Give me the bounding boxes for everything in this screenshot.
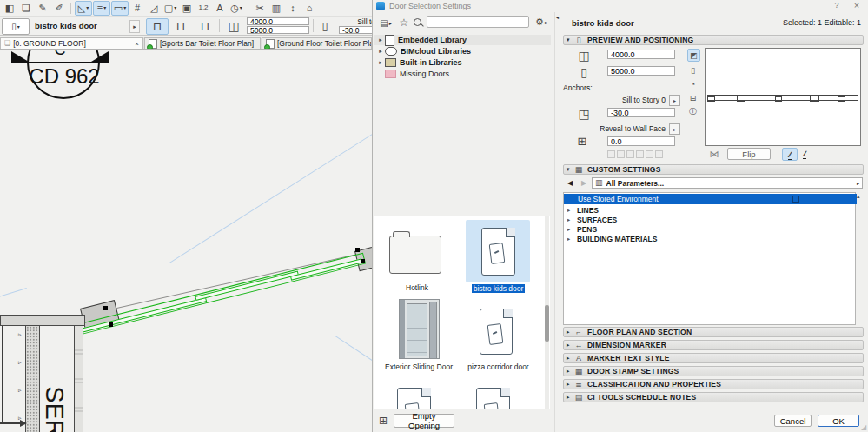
door-preview-window[interactable]: [705, 48, 861, 146]
nav-back-button[interactable]: ◀: [564, 178, 576, 189]
tab-ground-floor-toilet[interactable]: [Ground Floor Toilet Floor Plan]: [262, 37, 372, 49]
section-dimension-marker[interactable]: ▸ ↔ DIMENSION MARKER: [563, 340, 864, 350]
param-row-lines[interactable]: ▸LINES: [564, 205, 857, 215]
part-bistro-kids-door[interactable]: [466, 220, 530, 282]
preview-width-input[interactable]: [607, 50, 675, 59]
param-row-surfaces[interactable]: ▸SURFACES: [564, 215, 857, 224]
geometry-method-3-button[interactable]: ⊓: [195, 18, 215, 33]
tree-view-button[interactable]: ▤▸: [377, 17, 394, 30]
tree-item-missing-doors[interactable]: Missing Doors: [374, 69, 551, 79]
floor-plan-canvas[interactable]: C CD 962 ▹ ▹ ▹ ▹: [0, 49, 372, 432]
section-classification-properties[interactable]: ▸ ≣ CLASSIFICATION AND PROPERTIES: [563, 379, 864, 389]
pen-icon[interactable]: ✐: [51, 2, 67, 15]
anchor-mini-buttons[interactable]: [607, 150, 665, 158]
guides-dropdown-icon[interactable]: ≡▾: [93, 1, 110, 16]
ok-button[interactable]: OK: [818, 415, 859, 427]
box-icon[interactable]: ▣: [179, 2, 195, 15]
swing-right-button[interactable]: ∕∕: [798, 148, 812, 159]
home-icon[interactable]: ⌂: [301, 2, 317, 15]
empty-opening-button[interactable]: Empty Opening: [394, 414, 454, 428]
door-doc-icon[interactable]: [397, 388, 431, 409]
selection-handle[interactable]: [109, 322, 113, 327]
text-tool-icon[interactable]: A: [212, 2, 228, 15]
part-exterior-sliding-door[interactable]: [393, 298, 445, 361]
library-search-input[interactable]: [427, 16, 529, 28]
section-preview-positioning[interactable]: ▾ ▯ PREVIEW AND POSITIONING: [563, 35, 864, 45]
3d-view-icon[interactable]: ◔: [687, 78, 699, 90]
tab-close-icon[interactable]: ×: [135, 40, 139, 48]
flip-button[interactable]: Flip: [727, 148, 771, 160]
settings-gear-button[interactable]: ⚙▸: [533, 16, 550, 29]
panel-tool-icon[interactable]: ❏: [18, 2, 34, 15]
expander-icon[interactable]: ▸: [567, 226, 575, 233]
part-pizza-corridor-door[interactable]: [466, 303, 530, 361]
clock-dropdown-icon[interactable]: ◷▾: [229, 2, 244, 15]
door-tool-chip[interactable]: ▯ ▾: [2, 18, 30, 35]
grid-icon[interactable]: #: [129, 2, 145, 15]
section-ci-tools-schedule-notes[interactable]: ▸ ▤ CI TOOLS SCHEDULE NOTES: [563, 392, 864, 402]
geometry-method-1-button[interactable]: ⊓: [146, 18, 169, 35]
expander-icon[interactable]: ▸: [376, 48, 385, 55]
selection-handle[interactable]: [361, 259, 365, 263]
tree-item-embedded-library[interactable]: ▸ Embedded Library: [374, 35, 551, 45]
reveal-input[interactable]: [607, 136, 675, 146]
section-floor-plan-and-section[interactable]: ▸ ⌐ FLOOR PLAN AND SECTION: [563, 327, 864, 337]
param-row-building-materials[interactable]: ▸BUILDING MATERIALS: [564, 234, 857, 243]
sill-value-input[interactable]: [339, 26, 372, 34]
preview-height-input[interactable]: [607, 66, 675, 76]
nav-forward-button[interactable]: ▶: [578, 178, 590, 189]
swing-left-button[interactable]: ∕∕: [782, 148, 798, 161]
anchor-option-icon[interactable]: [617, 150, 625, 158]
anchor-option-icon[interactable]: [646, 150, 653, 158]
tree-item-built-in-libraries[interactable]: ▸ Built-in Libraries: [374, 57, 551, 68]
selected-door-element[interactable]: [76, 253, 366, 336]
use-stored-environment-checkbox[interactable]: [792, 196, 799, 203]
section-view-icon[interactable]: ⊟: [687, 92, 699, 103]
selection-handle[interactable]: [355, 248, 360, 252]
anchor-option-icon[interactable]: [607, 150, 615, 158]
param-row-use-stored-environment[interactable]: Use Stored Environment: [564, 194, 857, 204]
pencil-icon[interactable]: ✎: [35, 2, 50, 15]
marquee-dropdown-icon[interactable]: ▢▾: [162, 2, 178, 15]
sill-to-story-input[interactable]: [607, 108, 675, 117]
expander-icon[interactable]: ▸: [567, 236, 575, 243]
list-scroll-up-icon[interactable]: ▴: [857, 193, 860, 200]
favorites-star-button[interactable]: ☆: [397, 16, 411, 30]
expander-icon[interactable]: ▸: [376, 37, 385, 43]
expander-icon[interactable]: ▸: [567, 207, 575, 214]
resize-grip-icon[interactable]: ◢: [861, 423, 866, 431]
empty-opening-icon[interactable]: ⊞: [376, 415, 390, 427]
stretch-icon[interactable]: ↕: [285, 2, 301, 15]
sill-anchor-dropdown[interactable]: ▸: [669, 95, 680, 106]
reveal-anchor-dropdown[interactable]: ▸: [669, 123, 680, 135]
all-parameters-dropdown[interactable]: ▥ All Parameters... ▸: [592, 177, 863, 189]
close-button[interactable]: ×: [850, 0, 864, 10]
door-width-input[interactable]: [247, 17, 309, 25]
section-door-stamp-settings[interactable]: ▸ ▦ DOOR STAMP SETTINGS: [563, 366, 864, 376]
anchor-option-icon[interactable]: [636, 150, 644, 158]
tree-item-bimcloud-libraries[interactable]: ▸ BIMcloud Libraries: [374, 46, 551, 56]
snap-dropdown-icon[interactable]: ▭▾: [111, 1, 129, 16]
scissors-icon[interactable]: ✂: [252, 2, 268, 15]
expander-icon[interactable]: ▸: [567, 216, 575, 223]
part-browser-scrollbar[interactable]: [545, 216, 549, 409]
help-button[interactable]: ?: [830, 1, 844, 10]
selection-handle[interactable]: [103, 306, 108, 310]
expander-icon[interactable]: ▸: [376, 59, 385, 66]
hatch-icon[interactable]: ▥: [268, 2, 284, 15]
slope-icon[interactable]: ◿: [146, 2, 162, 15]
ruler-dropdown-icon[interactable]: ◺▾: [75, 1, 92, 16]
front-view-icon[interactable]: ▯: [687, 64, 699, 76]
plan-preview-icon[interactable]: ◩: [687, 49, 700, 62]
scrollbar-thumb[interactable]: [545, 305, 549, 342]
window-tool-icon[interactable]: ◧: [2, 2, 17, 15]
tab-sports-bar-toilet[interactable]: [Sports Bar Toilet Floor Plan]: [144, 37, 261, 49]
geometry-method-2-button[interactable]: ⊓: [170, 18, 191, 33]
info-icon[interactable]: ⓘ: [687, 106, 699, 117]
favorites-flyout-button[interactable]: ▸: [129, 20, 140, 33]
tab-ground-floor[interactable]: ❏ [0. GROUND FLOOR] ×: [0, 37, 143, 49]
anchor-option-icon[interactable]: [626, 150, 634, 158]
section-marker-text-style[interactable]: ▸ A MARKER TEXT STYLE: [563, 353, 864, 363]
door-height-input[interactable]: [247, 26, 309, 34]
door-doc-icon[interactable]: [476, 388, 510, 409]
